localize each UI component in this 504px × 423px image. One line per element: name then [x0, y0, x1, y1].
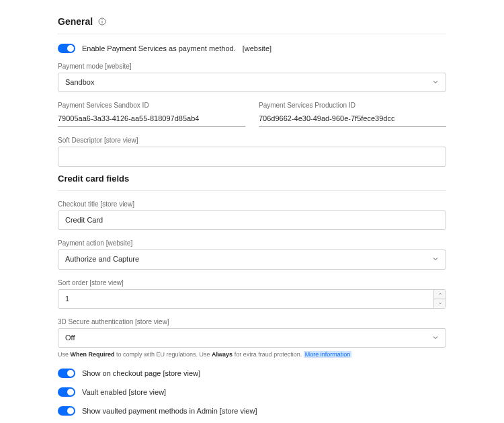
sandbox-id-label: Payment Services Sandbox ID [58, 102, 245, 109]
vault-enabled-label: Vault enabled [store view] [82, 388, 166, 396]
divider [58, 190, 446, 191]
info-icon[interactable] [98, 17, 106, 26]
payment-mode-label: Payment mode [website] [58, 63, 446, 70]
show-on-checkout-toggle[interactable] [58, 369, 75, 378]
section-heading-credit-card: Credit card fields [58, 174, 446, 184]
svg-point-2 [102, 20, 103, 20]
divider [58, 34, 446, 34]
section-heading-general: General [58, 16, 93, 27]
soft-descriptor-label: Soft Descriptor [store view] [58, 137, 446, 144]
enable-payment-services-label: Enable Payment Services as payment metho… [82, 44, 236, 52]
payment-action-label: Payment action [website] [58, 239, 446, 247]
show-on-checkout-label: Show on checkout page [store view] [82, 369, 200, 377]
production-id-field[interactable] [259, 112, 446, 127]
checkout-title-label: Checkout title [store view] [58, 200, 446, 208]
payment-action-select[interactable] [58, 249, 446, 269]
payment-mode-select[interactable] [58, 73, 446, 92]
show-vaulted-admin-label: Show vaulted payment methods in Admin [s… [82, 407, 257, 415]
sort-order-label: Sort order [store view] [58, 279, 446, 286]
soft-descriptor-field[interactable] [58, 147, 446, 166]
production-id-label: Payment Services Production ID [259, 102, 446, 109]
sort-order-step-up[interactable] [434, 290, 446, 299]
more-information-link[interactable]: More information [304, 351, 352, 358]
checkout-title-field[interactable] [58, 210, 446, 230]
three-d-secure-helper: Use When Required to comply with EU regu… [58, 350, 446, 359]
enable-payment-services-scope: [website] [243, 44, 271, 52]
three-d-secure-label: 3D Secure authentication [store view] [58, 318, 446, 325]
enable-payment-services-toggle[interactable] [58, 44, 75, 53]
show-vaulted-admin-toggle[interactable] [58, 406, 75, 416]
sort-order-step-down[interactable] [434, 299, 446, 308]
vault-enabled-toggle[interactable] [58, 387, 75, 397]
three-d-secure-select[interactable] [58, 328, 446, 348]
sort-order-stepper[interactable] [58, 289, 446, 309]
sandbox-id-field[interactable] [58, 112, 245, 127]
